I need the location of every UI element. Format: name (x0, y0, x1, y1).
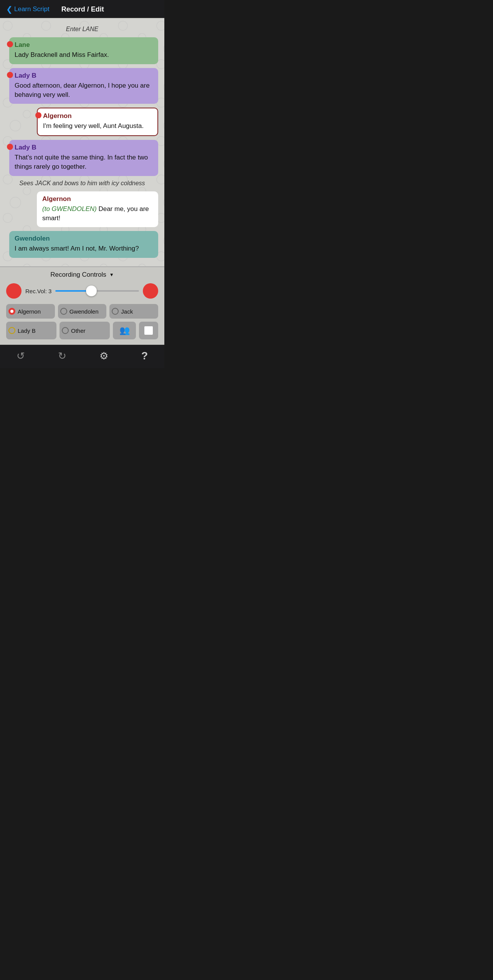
char-button-algernon[interactable]: Algernon (6, 304, 55, 319)
char-buttons-row2: Lady B Other 👥 (6, 322, 158, 339)
line-text-algernon2: (to GWENDOLEN) Dear me, you are smart! (42, 204, 153, 223)
char-button-algernon-label: Algernon (18, 308, 41, 315)
radio-jack (112, 308, 119, 315)
radio-ladyb (8, 327, 15, 334)
line-text-algernon1: I'm feeling very well, Aunt Augusta. (43, 121, 152, 131)
line-direction-algernon2: (to GWENDOLEN) (42, 205, 97, 213)
char-name-algernon2: Algernon (42, 195, 153, 203)
stop-button[interactable] (139, 322, 158, 339)
char-name-lane1: Lane (15, 41, 153, 49)
vol-slider-thumb[interactable] (86, 286, 97, 296)
char-button-gwendolen[interactable]: Gwendolen (58, 304, 107, 319)
char-buttons-row1: Algernon Gwendolen Jack (6, 304, 158, 319)
script-card-lane1[interactable]: Lane Lady Bracknell and Miss Fairfax. (9, 37, 158, 64)
vol-slider-track[interactable] (55, 290, 139, 292)
record-button-left[interactable] (6, 283, 22, 299)
script-card-ladyb1[interactable]: Lady B Good afternoon, dear Algernon, I … (9, 68, 158, 104)
controls-area: Recording Controls ▼ Rec.Vol: 3 Algernon… (0, 266, 164, 345)
undo-button[interactable]: ↺ (17, 350, 25, 362)
char-button-other-label: Other (71, 327, 86, 334)
char-name-gwendolen1: Gwendolen (15, 235, 153, 243)
controls-label: Recording Controls (50, 271, 106, 279)
undo-icon: ↺ (17, 350, 25, 362)
group-icon-button[interactable]: 👥 (113, 322, 136, 339)
back-button[interactable]: ❮ Learn Script (6, 5, 50, 14)
group-persons-icon: 👥 (119, 326, 130, 336)
controls-header[interactable]: Recording Controls ▼ (6, 271, 158, 279)
redo-icon: ↻ (58, 350, 66, 362)
script-card-gwendolen1[interactable]: Gwendolen I am always smart! Am I not, M… (9, 231, 158, 258)
script-card-algernon1[interactable]: Algernon I'm feeling very well, Aunt Aug… (37, 108, 158, 136)
line-text-lane1: Lady Bracknell and Miss Fairfax. (15, 50, 153, 60)
script-area: Enter LANE Lane Lady Bracknell and Miss … (0, 18, 164, 266)
char-button-other[interactable]: Other (60, 322, 110, 339)
line-text-ladyb2: That's not quite the same thing. In fact… (15, 153, 153, 171)
redo-button[interactable]: ↻ (58, 350, 66, 362)
script-card-algernon2[interactable]: Algernon (to GWENDOLEN) Dear me, you are… (37, 191, 158, 228)
stage-direction-sees-jack: Sees JACK and bows to him with icy coldn… (6, 180, 158, 187)
line-text-ladyb1: Good afternoon, dear Algernon, I hope yo… (15, 81, 153, 100)
bottom-toolbar: ↺ ↻ ⚙ ? (0, 345, 164, 368)
script-card-ladyb2[interactable]: Lady B That's not quite the same thing. … (9, 140, 158, 176)
char-button-ladyb[interactable]: Lady B (6, 322, 56, 339)
char-button-jack-label: Jack (121, 308, 133, 315)
char-button-ladyb-label: Lady B (18, 327, 36, 334)
vol-slider-container[interactable] (55, 290, 139, 292)
record-dot-lane1 (7, 41, 13, 47)
page-title: Record / Edit (61, 5, 104, 13)
radio-inner-algernon (10, 310, 13, 313)
chevron-left-icon: ❮ (6, 5, 13, 14)
gear-icon: ⚙ (99, 350, 108, 362)
char-name-ladyb1: Lady B (15, 72, 153, 80)
radio-algernon (8, 308, 15, 315)
radio-gwendolen (60, 308, 67, 315)
settings-button[interactable]: ⚙ (99, 350, 108, 362)
record-dot-ladyb1 (7, 72, 13, 78)
vol-row: Rec.Vol: 3 (6, 283, 158, 299)
dropdown-arrow-icon: ▼ (109, 272, 114, 277)
help-button[interactable]: ? (141, 350, 148, 362)
char-button-jack[interactable]: Jack (109, 304, 158, 319)
help-icon: ? (141, 350, 148, 362)
char-button-gwendolen-label: Gwendolen (69, 308, 99, 315)
line-text-gwendolen1: I am always smart! Am I not, Mr. Worthin… (15, 244, 153, 253)
radio-other (62, 327, 69, 334)
char-name-algernon1: Algernon (43, 112, 152, 120)
stage-direction-enter-lane: Enter LANE (6, 26, 158, 33)
record-button-right[interactable] (143, 283, 158, 299)
back-label: Learn Script (14, 5, 50, 13)
stop-square-icon (144, 326, 153, 335)
char-name-ladyb2: Lady B (15, 144, 153, 151)
record-dot-ladyb2 (7, 144, 13, 150)
nav-bar: ❮ Learn Script Record / Edit (0, 0, 164, 18)
record-dot-algernon1 (35, 112, 41, 118)
vol-label: Rec.Vol: 3 (25, 288, 51, 294)
